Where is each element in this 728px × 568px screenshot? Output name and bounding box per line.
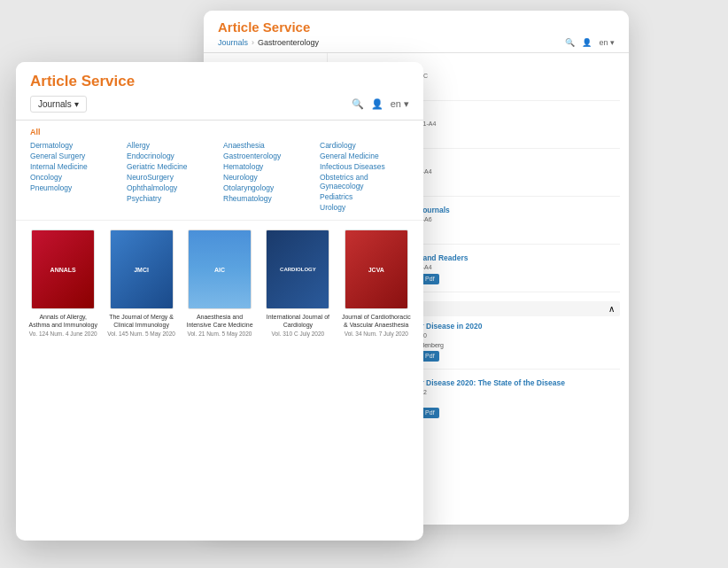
- journal-title-2: The Journal of Mergy & Clinical Immunolo…: [106, 313, 175, 329]
- journal-meta-5: Vol. 34 Num. 7 July 2020: [345, 331, 408, 337]
- cat-dermatology[interactable]: Dermatology: [30, 140, 120, 151]
- journal-meta-3: Vol. 21 Num. 5 May 2020: [187, 331, 252, 337]
- cover-label-3: AIC: [211, 263, 228, 276]
- cat-infectious[interactable]: Infectious Diseases: [320, 161, 409, 172]
- cat-neurosurgery[interactable]: NeuroSurgery: [127, 172, 216, 183]
- categories-grid: Dermatology General Surgery Internal Med…: [30, 140, 409, 213]
- cat-neurology[interactable]: Neurology: [223, 172, 313, 183]
- cat-gastroenterology[interactable]: Gastroenterology: [223, 151, 313, 161]
- journal-card-1[interactable]: ANNALS Annals of Allergy, Asthma and Imm…: [28, 230, 97, 337]
- user-icon[interactable]: 👤: [582, 38, 592, 47]
- cat-otolaryngology[interactable]: Otolaryngology: [223, 183, 313, 193]
- language-button[interactable]: en ▾: [391, 98, 409, 110]
- journal-cover-5: JCVA: [345, 230, 408, 309]
- cat-general-medicine[interactable]: General Medicine: [320, 151, 409, 161]
- cat-pediatrics[interactable]: Pediatrics: [320, 191, 409, 202]
- front-app-title: Article Service: [30, 73, 409, 90]
- journal-title-1: Annals of Allergy, Asthma and Immunology: [28, 313, 97, 329]
- search-button[interactable]: 🔍: [352, 98, 364, 110]
- journal-meta-4: Vol. 310 C July 2020: [272, 331, 325, 337]
- cat-pneumology[interactable]: Pneumology: [30, 183, 120, 193]
- cat-obstetrics[interactable]: Obstetrics and Gynaecology: [320, 172, 409, 191]
- breadcrumb-journals[interactable]: Journals: [218, 38, 248, 47]
- cat-internal-medicine[interactable]: Internal Medicine: [30, 161, 120, 172]
- journal-cover-3: AIC: [188, 230, 252, 309]
- cat-general-surgery[interactable]: General Surgery: [30, 151, 120, 161]
- breadcrumb-current: Gastroenterology: [258, 38, 319, 47]
- cat-urology[interactable]: Urology: [320, 202, 409, 213]
- category-column-2: Allergy Endocrinology Geriatric Medicine…: [127, 140, 216, 213]
- cat-hematology[interactable]: Hematology: [223, 161, 313, 172]
- front-window: Article Service Journals ▾ 🔍 👤 en ▾ All …: [16, 62, 423, 541]
- cat-rheumatology[interactable]: Rheumatology: [223, 193, 313, 204]
- journals-grid: ANNALS Annals of Allergy, Asthma and Imm…: [28, 230, 411, 337]
- cover-label-2: JMCI: [130, 263, 152, 276]
- back-app-title: Article Service: [218, 19, 615, 35]
- journals-dropdown-button[interactable]: Journals ▾: [30, 96, 87, 113]
- journal-title-3: Anaesthesia and Intensive Care Medicine: [185, 313, 254, 329]
- categories-section: All Dermatology General Surgery Internal…: [16, 121, 423, 221]
- journal-meta-1: Vo. 124 Num. 4 June 2020: [29, 331, 97, 337]
- journals-label: Journals: [38, 99, 72, 109]
- category-column-4: Cardiology General Medicine Infectious D…: [320, 140, 409, 213]
- journal-card-5[interactable]: JCVA Journal of Cardiothoracic & Vascula…: [342, 230, 411, 337]
- breadcrumb: Journals › Gastroenterology: [218, 38, 319, 47]
- cat-anaesthesia[interactable]: Anaesthesia: [223, 140, 313, 151]
- cat-psychiatry[interactable]: Psychiatry: [127, 193, 216, 204]
- cat-allergy[interactable]: Allergy: [127, 140, 216, 151]
- search-icons: 🔍 👤 en ▾: [352, 98, 409, 110]
- cat-ophthalmology[interactable]: Ophthalmology: [127, 183, 216, 193]
- cat-oncology[interactable]: Oncology: [30, 172, 120, 183]
- cover-label-5: JCVA: [365, 263, 388, 276]
- journals-grid-section: ANNALS Annals of Allergy, Asthma and Imm…: [16, 221, 423, 541]
- chevron-down-icon: ▾: [74, 99, 79, 109]
- language-selector[interactable]: en ▾: [599, 38, 615, 47]
- cat-geriatric[interactable]: Geriatric Medicine: [127, 161, 216, 172]
- journal-title-5: Journal of Cardiothoracic & Vascular Ana…: [342, 313, 411, 329]
- journal-title-4: International Journal of Cardiology: [263, 313, 332, 329]
- category-column-3: Anaesthesia Gastroenterology Hematology …: [223, 140, 313, 213]
- journal-cover-1: ANNALS: [31, 230, 95, 309]
- cover-label-4: CARDIOLOGY: [276, 263, 320, 276]
- user-button[interactable]: 👤: [371, 98, 383, 110]
- journal-card-2[interactable]: JMCI The Journal of Mergy & Clinical Imm…: [106, 230, 175, 337]
- back-top-bar: Article Service Journals › Gastroenterol…: [204, 11, 629, 53]
- cat-cardiology[interactable]: Cardiology: [320, 140, 409, 151]
- journal-card-3[interactable]: AIC Anaesthesia and Intensive Care Medic…: [185, 230, 254, 337]
- search-row: Journals ▾ 🔍 👤 en ▾: [30, 96, 409, 113]
- journal-cover-2: JMCI: [110, 230, 174, 309]
- collapse-icon[interactable]: ∧: [608, 304, 615, 314]
- front-top-bar: Article Service Journals ▾ 🔍 👤 en ▾: [16, 62, 423, 121]
- journal-cover-4: CARDIOLOGY: [266, 230, 329, 309]
- back-toolbar: 🔍 👤 en ▾: [565, 38, 615, 47]
- category-column-1: Dermatology General Surgery Internal Med…: [30, 140, 120, 213]
- search-icon[interactable]: 🔍: [565, 38, 575, 47]
- cat-endocrinology[interactable]: Endocrinology: [127, 151, 216, 161]
- cover-label-1: ANNALS: [47, 263, 80, 276]
- breadcrumb-sep: ›: [252, 38, 254, 47]
- journal-meta-2: Vol. 145 Num. 5 May 2020: [107, 331, 175, 337]
- all-category-link[interactable]: All: [30, 128, 409, 136]
- journal-card-4[interactable]: CARDIOLOGY International Journal of Card…: [263, 230, 332, 337]
